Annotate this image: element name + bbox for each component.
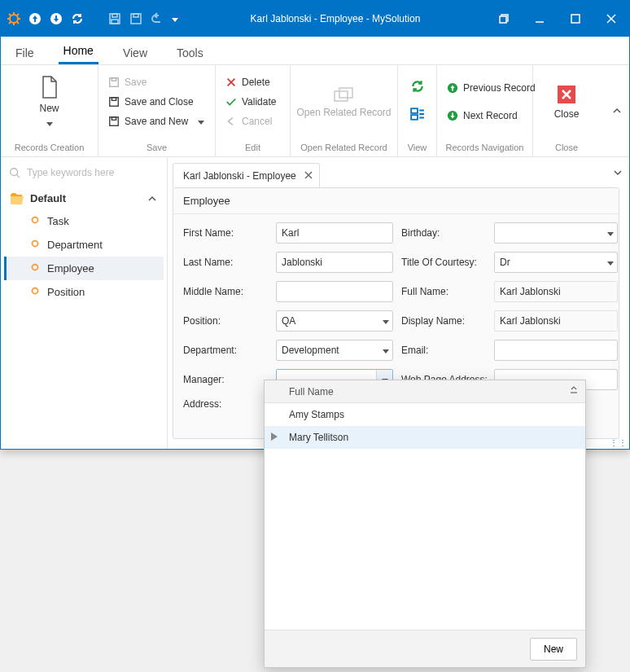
chevron-down-icon[interactable] [383,345,389,356]
chevron-down-icon[interactable] [383,315,389,327]
sidebar-search[interactable]: Type keywords here [1,158,167,187]
save-and-close-button[interactable]: Save and Close [103,94,209,109]
svg-point-38 [11,169,18,176]
first-name-field[interactable]: Karl [276,222,393,244]
menu-tools[interactable]: Tools [172,40,208,64]
new-button[interactable]: New [1,75,98,129]
ribbon-group-save: Save Save and Close Save and New Save [98,65,216,156]
nav-group-default[interactable]: Default [4,187,164,209]
chevron-down-icon[interactable] [607,227,614,239]
nav-item-position[interactable]: Position [4,280,164,304]
restore-window-icon[interactable] [486,1,522,37]
cancel-label: Cancel [242,116,272,127]
manager-label: Manager: [183,374,268,385]
popup-column-label: Full Name [289,386,334,397]
svg-line-8 [9,22,11,24]
chevron-down-icon [613,168,623,178]
svg-rect-23 [110,98,119,107]
validate-label: Validate [242,96,276,108]
svg-rect-16 [500,16,506,23]
tab-overflow-button[interactable] [613,166,623,181]
ribbon-collapse-button[interactable] [610,103,624,118]
popup-new-button[interactable]: New [530,638,577,661]
resize-grip-icon[interactable]: ⋮⋮ [610,438,628,447]
validate-button[interactable]: Validate [221,94,281,109]
minimize-icon[interactable] [522,1,558,37]
svg-rect-12 [112,14,117,17]
qat-dropdown-icon[interactable] [172,13,178,24]
open-related-button: Open Related Record [291,86,397,118]
chevron-up-icon [612,106,622,116]
menu-view[interactable]: View [118,40,152,64]
birthday-field[interactable] [494,222,618,244]
display-name-field: Karl Jablonski [494,310,618,332]
gear-icon[interactable] [7,12,20,25]
email-label: Email: [401,345,486,356]
delete-button[interactable]: Delete [221,75,281,90]
nav-item-task[interactable]: Task [4,209,164,233]
related-record-icon [333,86,356,104]
layout-view-button[interactable] [410,107,425,125]
first-name-label: First Name: [183,227,268,239]
delete-label: Delete [242,77,270,88]
tab-employee[interactable]: Karl Jablonski - Employee [173,163,320,187]
arrow-down-circle-icon [447,110,458,121]
back-arrow-icon [225,116,237,127]
gear-icon [29,238,41,252]
svg-rect-18 [571,15,580,23]
save-label: Save [125,77,147,88]
svg-line-6 [17,22,19,24]
refresh-icon[interactable] [71,12,84,25]
chevron-down-icon[interactable] [607,257,614,268]
sort-indicator-icon[interactable] [569,385,579,397]
ribbon-group-label: Records Creation [1,138,98,156]
save-icon [108,77,120,88]
save-button[interactable]: Save [103,75,209,90]
upload-icon[interactable] [28,12,42,25]
close-window-icon[interactable] [593,1,629,37]
menu-file[interactable]: File [11,40,39,64]
save-icon[interactable] [108,12,121,25]
cancel-button[interactable]: Cancel [221,114,281,129]
svg-rect-26 [112,117,116,121]
svg-point-41 [33,241,38,247]
nav-item-employee[interactable]: Employee [4,257,164,280]
last-name-field[interactable]: Jablonski [276,252,393,273]
ribbon-group-close: Close Close [533,65,600,156]
middle-name-field[interactable] [276,281,393,302]
department-field[interactable]: Development [276,340,393,361]
refresh-icon [410,79,425,94]
download-icon[interactable] [50,12,63,25]
refresh-view-button[interactable] [410,79,425,97]
previous-record-button[interactable]: Previous Record [442,81,540,95]
maximize-icon[interactable] [558,1,593,37]
chevron-up-icon [147,194,157,204]
popup-column-header[interactable]: Full Name [265,380,585,403]
email-field[interactable] [494,340,618,361]
undo-icon[interactable] [151,12,164,25]
form-header: Employee [173,188,619,214]
save-new-label: Save and New [125,116,188,127]
arrow-up-circle-icon [447,82,458,94]
popup-row[interactable]: Amy Stamps [265,403,585,426]
title-of-courtesy-field[interactable]: Dr [494,252,618,273]
close-record-button[interactable]: Close [533,84,600,120]
check-icon [225,96,237,108]
new-button-label: New [39,103,59,114]
save-close-icon[interactable] [129,12,142,25]
address-label: Address: [183,398,268,410]
next-record-button[interactable]: Next Record [442,108,540,123]
position-field[interactable]: QA [276,310,393,332]
title-of-courtesy-label: Title Of Courtesy: [401,257,486,268]
full-name-field: Karl Jablonski [494,281,618,302]
svg-line-7 [17,14,19,15]
svg-rect-21 [110,78,119,87]
nav-item-department[interactable]: Department [4,233,164,257]
tab-close-button[interactable] [304,170,313,182]
menu-home[interactable]: Home [59,37,98,64]
open-related-label: Open Related Record [296,108,391,118]
popup-new-label: New [544,643,563,655]
menu-bar: File Home View Tools [1,37,629,64]
save-and-new-button[interactable]: Save and New [103,114,209,129]
popup-row[interactable]: Mary Tellitson [265,426,585,449]
